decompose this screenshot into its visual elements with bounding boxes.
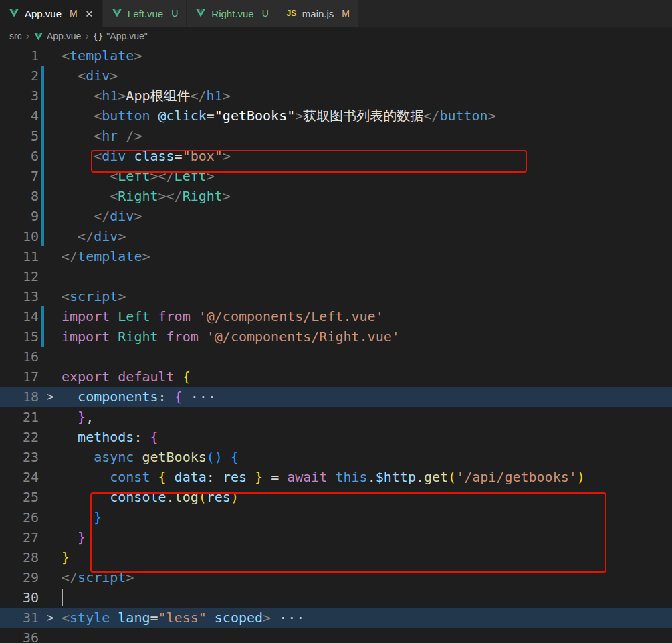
- javascript-icon: JS: [286, 7, 298, 19]
- line-number[interactable]: 36: [0, 628, 39, 643]
- line-number[interactable]: 3: [0, 86, 39, 106]
- code-line-30[interactable]: 30: [0, 587, 672, 608]
- breadcrumb-label: src: [9, 31, 22, 41]
- code-line-10[interactable]: 10 </div>: [0, 226, 672, 246]
- tab-label: App.vue: [25, 8, 62, 19]
- code-line-21[interactable]: 21 },: [0, 407, 672, 427]
- line-number[interactable]: 12: [0, 266, 39, 286]
- fold-chevron-icon[interactable]: >: [39, 608, 62, 628]
- code-line-15[interactable]: 15import Right from '@/components/Right.…: [0, 327, 672, 347]
- line-number[interactable]: 6: [0, 146, 39, 166]
- code-text: import Right from '@/components/Right.vu…: [62, 327, 672, 347]
- tab-label: main.js: [302, 8, 334, 19]
- line-number[interactable]: 21: [0, 407, 39, 427]
- line-number[interactable]: 17: [0, 367, 39, 387]
- code-line-7[interactable]: 7 <Left></Left>: [0, 166, 672, 186]
- line-number[interactable]: 2: [0, 66, 39, 86]
- code-line-4[interactable]: 4 <button @click="getBooks">获取图书列表的数据</b…: [0, 106, 672, 126]
- code-line-17[interactable]: 17export default {: [0, 367, 672, 387]
- code-line-23[interactable]: 23 async getBooks() {: [0, 447, 672, 467]
- line-number[interactable]: 10: [0, 226, 39, 246]
- line-number[interactable]: 15: [0, 327, 39, 347]
- line-number[interactable]: 24: [0, 467, 39, 487]
- line-number[interactable]: 28: [0, 547, 39, 567]
- code-line-6[interactable]: 6 <div class="box">: [0, 146, 672, 166]
- code-line-3[interactable]: 3 <h1>App根组件</h1>: [0, 86, 672, 106]
- code-line-11[interactable]: 11</template>: [0, 246, 672, 266]
- code-text: components: { ···: [62, 387, 672, 407]
- fold-gutter: [39, 507, 62, 527]
- fold-gutter: [39, 407, 62, 427]
- tab-app-vue[interactable]: App.vueM×: [0, 0, 103, 27]
- git-status-badge: M: [70, 8, 78, 19]
- line-number[interactable]: 30: [0, 587, 39, 608]
- code-line-2[interactable]: 2 <div>: [0, 66, 672, 86]
- code-line-36[interactable]: 36: [0, 628, 672, 643]
- line-number[interactable]: 25: [0, 487, 39, 507]
- line-number[interactable]: 11: [0, 246, 39, 266]
- line-number[interactable]: 5: [0, 126, 39, 146]
- code-line-18[interactable]: 18> components: { ···: [0, 387, 672, 407]
- code-text: }: [62, 507, 672, 527]
- fold-gutter: [39, 286, 62, 306]
- code-line-27[interactable]: 27 }: [0, 527, 672, 547]
- code-text: <style lang="less" scoped> ···: [62, 608, 672, 628]
- code-line-5[interactable]: 5 <hr />: [0, 126, 672, 146]
- code-line-24[interactable]: 24 const { data: res } = await this.$htt…: [0, 467, 672, 487]
- code-text: [62, 266, 672, 286]
- code-line-29[interactable]: 29</script>: [0, 567, 672, 587]
- breadcrumb-item[interactable]: App.vue: [33, 31, 81, 41]
- git-modified-indicator: [41, 206, 44, 226]
- code-text: },: [62, 407, 672, 427]
- code-line-22[interactable]: 22 methods: {: [0, 427, 672, 447]
- line-number[interactable]: 29: [0, 567, 39, 587]
- code-text: </template>: [62, 246, 672, 266]
- line-number[interactable]: 14: [0, 306, 39, 327]
- line-number[interactable]: 22: [0, 427, 39, 447]
- tab-left-vue[interactable]: Left.vueU: [103, 0, 187, 27]
- fold-gutter: [39, 447, 62, 467]
- line-number[interactable]: 7: [0, 166, 39, 186]
- code-line-1[interactable]: 1<template>: [0, 45, 672, 66]
- line-number[interactable]: 8: [0, 186, 39, 206]
- line-number[interactable]: 1: [0, 45, 39, 66]
- code-line-31[interactable]: 31><style lang="less" scoped> ···: [0, 608, 672, 628]
- code-line-8[interactable]: 8 <Right></Right>: [0, 186, 672, 206]
- code-line-16[interactable]: 16: [0, 347, 672, 367]
- line-number[interactable]: 31: [0, 608, 39, 628]
- code-line-13[interactable]: 13<script>: [0, 286, 672, 306]
- breadcrumb-item[interactable]: src: [9, 31, 22, 41]
- fold-gutter: [39, 45, 62, 66]
- fold-gutter: [39, 527, 62, 547]
- line-number[interactable]: 13: [0, 286, 39, 306]
- git-modified-indicator: [41, 306, 44, 327]
- code-line-25[interactable]: 25 console.log(res): [0, 487, 672, 507]
- close-icon[interactable]: ×: [84, 7, 94, 20]
- code-line-28[interactable]: 28}: [0, 547, 672, 567]
- code-line-14[interactable]: 14import Left from '@/components/Left.vu…: [0, 306, 672, 327]
- line-number[interactable]: 9: [0, 206, 39, 226]
- fold-gutter: [39, 367, 62, 387]
- code-line-26[interactable]: 26 }: [0, 507, 672, 527]
- breadcrumb-label: "App.vue": [106, 31, 147, 41]
- fold-chevron-icon[interactable]: >: [39, 387, 62, 407]
- breadcrumb-item[interactable]: {}"App.vue": [93, 31, 148, 41]
- code-text: async getBooks() {: [62, 447, 672, 467]
- code-editor[interactable]: 1<template>2 <div>3 <h1>App根组件</h1>4 <bu…: [0, 45, 672, 643]
- git-modified-indicator: [41, 106, 44, 126]
- lines-container: 1<template>2 <div>3 <h1>App根组件</h1>4 <bu…: [0, 45, 672, 643]
- line-number[interactable]: 26: [0, 507, 39, 527]
- line-number[interactable]: 4: [0, 106, 39, 126]
- vue-icon: [8, 7, 20, 19]
- tab-main-js[interactable]: JSmain.jsM: [277, 0, 358, 27]
- line-number[interactable]: 18: [0, 387, 39, 407]
- code-line-9[interactable]: 9 </div>: [0, 206, 672, 226]
- tab-right-vue[interactable]: Right.vueU: [187, 0, 277, 27]
- code-text: }: [62, 547, 672, 567]
- code-text: <div>: [62, 66, 672, 86]
- fold-gutter: [39, 547, 62, 567]
- line-number[interactable]: 23: [0, 447, 39, 467]
- line-number[interactable]: 16: [0, 347, 39, 367]
- code-line-12[interactable]: 12: [0, 266, 672, 286]
- line-number[interactable]: 27: [0, 527, 39, 547]
